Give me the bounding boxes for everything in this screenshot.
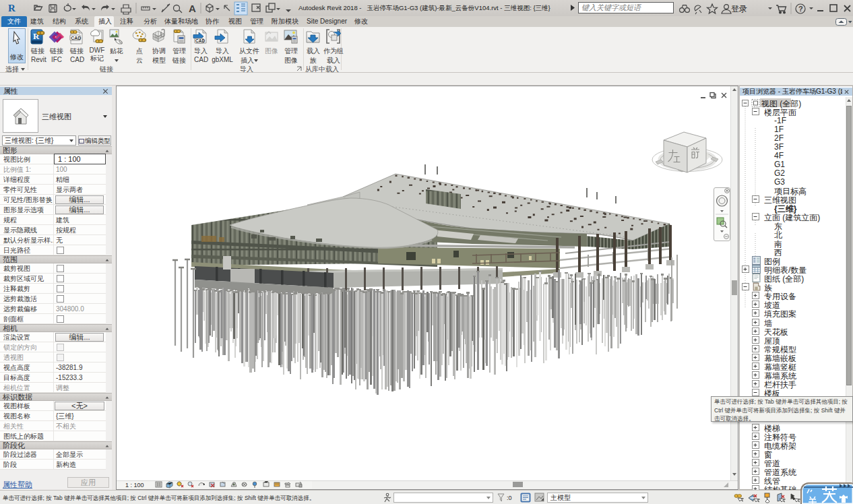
svg-text:R: R bbox=[8, 3, 15, 13]
svg-text:?: ? bbox=[798, 5, 803, 13]
svg-text:登录: 登录 bbox=[731, 4, 747, 13]
svg-text:A: A bbox=[189, 3, 196, 14]
